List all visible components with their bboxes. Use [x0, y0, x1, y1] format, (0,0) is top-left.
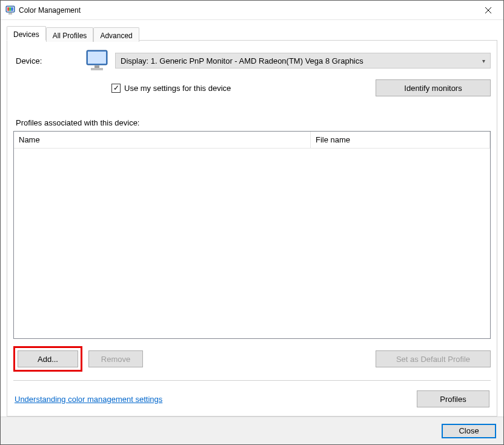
understanding-link[interactable]: Understanding color management settings — [15, 395, 162, 404]
footer-section: Understanding color management settings … — [13, 381, 491, 410]
button-label: Profiles — [440, 395, 466, 404]
button-label: Set as Default Profile — [396, 355, 470, 364]
button-label: Remove — [101, 355, 130, 364]
set-default-profile-button: Set as Default Profile — [376, 350, 491, 367]
list-action-row: Add... Remove Set as Default Profile — [13, 346, 491, 381]
button-label: Close — [459, 426, 479, 435]
svg-rect-5 — [8, 13, 12, 15]
app-icon — [5, 5, 15, 15]
svg-rect-4 — [11, 7, 13, 11]
monitor-icon — [85, 49, 110, 72]
device-dropdown[interactable]: Display: 1. Generic PnP Monitor - AMD Ra… — [115, 53, 491, 69]
tab-all-profiles[interactable]: All Profiles — [46, 27, 94, 42]
identify-monitors-button[interactable]: Identify monitors — [376, 79, 491, 96]
use-my-settings-label: Use my settings for this device — [124, 84, 231, 93]
checkbox-icon: ✓ — [111, 84, 121, 93]
svg-rect-10 — [94, 65, 99, 68]
profiles-button[interactable]: Profiles — [417, 390, 489, 407]
link-text: Understanding color management settings — [15, 395, 162, 404]
svg-rect-2 — [7, 7, 9, 11]
column-header-name[interactable]: Name — [14, 132, 311, 148]
color-management-window: Color Management Devices All Profiles Ad… — [0, 0, 504, 445]
tab-devices[interactable]: Devices — [7, 26, 46, 41]
svg-rect-11 — [91, 68, 103, 70]
profiles-listview[interactable]: Name File name — [13, 131, 491, 339]
add-button[interactable]: Add... — [18, 350, 78, 367]
listview-header: Name File name — [14, 132, 490, 149]
tab-panel-devices: Device: Display: 1. Generic PnP Monitor … — [7, 40, 497, 417]
dialog-bottom-bar: Close — [1, 417, 503, 444]
svg-rect-9 — [88, 52, 106, 64]
device-selected-text: Display: 1. Generic PnP Monitor - AMD Ra… — [121, 56, 363, 65]
column-header-file[interactable]: File name — [311, 132, 490, 148]
button-label: Identify monitors — [404, 84, 462, 93]
tab-label: Devices — [13, 30, 39, 39]
tab-row: Devices All Profiles Advanced — [7, 26, 497, 41]
device-label: Device: — [13, 56, 80, 65]
window-close-button[interactable] — [474, 1, 502, 19]
tab-advanced[interactable]: Advanced — [93, 27, 139, 42]
tab-label: Advanced — [100, 32, 132, 40]
use-my-settings-checkbox[interactable]: ✓ Use my settings for this device — [111, 84, 231, 93]
remove-button: Remove — [88, 350, 143, 367]
button-label: Add... — [38, 355, 58, 364]
chevron-down-icon: ▾ — [482, 58, 485, 64]
window-title: Color Management — [19, 6, 474, 15]
svg-rect-3 — [9, 7, 11, 11]
profiles-heading: Profiles associated with this device: — [16, 118, 491, 127]
tab-label: All Profiles — [53, 32, 87, 40]
close-button[interactable]: Close — [442, 424, 496, 438]
dialog-body: Devices All Profiles Advanced Device: Di… — [1, 20, 503, 417]
titlebar: Color Management — [1, 1, 503, 20]
close-icon — [485, 7, 491, 13]
tutorial-highlight: Add... — [13, 346, 82, 372]
